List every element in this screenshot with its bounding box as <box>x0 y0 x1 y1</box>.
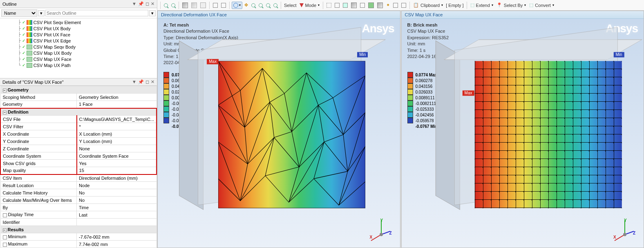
tree-item[interactable]: ├✓CSV Plot UX Body <box>16 25 157 31</box>
details-grid[interactable]: −GeometryScoping MethodGeometry Selectio… <box>0 86 157 248</box>
property-value[interactable]: Node <box>77 182 157 189</box>
pin-icon[interactable]: 📌 <box>138 1 144 7</box>
close-icon[interactable]: ✕ <box>151 79 154 85</box>
shaded-button[interactable] <box>220 2 227 9</box>
tree-item[interactable]: ├✓CSV Plot UX Edge <box>16 38 157 44</box>
viewport-left-canvas[interactable]: A: Tet mesh Directional Deformation UX F… <box>158 19 400 248</box>
sel-mesh-button[interactable] <box>376 2 384 9</box>
checkbox[interactable] <box>3 243 7 247</box>
search-input[interactable] <box>45 10 148 16</box>
legend-swatch <box>407 83 413 89</box>
sel-elem-button[interactable] <box>367 2 375 9</box>
rotate-button[interactable]: ▾ <box>232 2 242 9</box>
sel-edge-button[interactable] <box>333 2 341 9</box>
selectby-button[interactable]: 📍Select By▾ <box>495 2 527 9</box>
property-value[interactable]: Directional Deformation (mm) <box>77 174 157 182</box>
filter-field-select[interactable]: Name <box>1 9 37 17</box>
sel-path-button[interactable] <box>392 2 399 9</box>
triad-right[interactable]: YXZ <box>613 218 637 243</box>
property-value[interactable]: C:\MagnusG\ANSYS_ACT_Temp\C... <box>77 116 157 123</box>
viewports: Directional Deformation UX Face A: Tet m… <box>157 11 644 248</box>
legend-value: 0.026033 <box>416 90 433 94</box>
property-label: CSV Filter <box>0 123 77 130</box>
zoom-out-button[interactable] <box>257 2 264 8</box>
sel-face-button[interactable] <box>342 2 349 9</box>
property-value[interactable]: No <box>77 197 157 204</box>
zoom-window-button[interactable] <box>170 2 177 8</box>
property-value[interactable]: * <box>77 123 157 130</box>
property-value[interactable] <box>77 219 157 226</box>
outline-filter-row: Name ▾ ▾ <box>0 8 157 18</box>
checkbox[interactable] <box>3 213 7 217</box>
sel-other-button[interactable] <box>400 2 407 9</box>
restore-icon[interactable]: ◻ <box>145 1 149 7</box>
view-button-3[interactable] <box>199 2 207 9</box>
mode-button[interactable]: Mode▾ <box>298 2 321 9</box>
tree-item[interactable]: ├✓CSV Plot UX Face <box>16 31 157 38</box>
legend-swatch <box>163 72 169 78</box>
tree-item[interactable]: └✓CSV Map UX Path <box>16 62 157 68</box>
outline-header-controls: ▼ 📌 ◻ ✕ <box>132 1 154 7</box>
csv-icon <box>27 57 32 62</box>
legend-right: 0.0774 Max0.0602780.0431560.0260330.0089… <box>407 72 438 129</box>
legend-value: 0.060278 <box>416 78 433 83</box>
tree-item[interactable]: ├✓CSV Map UX Face <box>16 56 157 62</box>
svg-point-3 <box>380 233 383 236</box>
dropdown-icon[interactable]: ▼ <box>132 1 136 7</box>
property-value[interactable]: Coordinate System Face <box>77 152 157 160</box>
property-value[interactable]: 7.74e-002 mm <box>77 241 157 248</box>
view-button-2[interactable] <box>190 2 198 9</box>
zoom-fit-button[interactable] <box>163 2 169 8</box>
legend-swatch <box>407 95 413 101</box>
property-value[interactable]: Y Location (mm) <box>77 138 157 145</box>
property-label: Maximum <box>0 241 77 248</box>
sel-cs-button[interactable]: ✦ <box>385 2 391 9</box>
extend-button[interactable]: ⬚Extend▾ <box>469 2 494 9</box>
dropdown-icon[interactable]: ▼ <box>132 79 136 85</box>
collapse-icon[interactable]: − <box>3 228 7 232</box>
property-value[interactable]: 15 <box>77 167 157 174</box>
collapse-icon[interactable]: − <box>3 89 7 92</box>
filter-dropdown-icon[interactable]: ▾ <box>38 10 45 16</box>
zoom-box-button[interactable] <box>265 2 271 8</box>
collapse-icon[interactable]: − <box>3 111 7 114</box>
legend-value: -0.0767 Min <box>416 124 438 129</box>
zoom-reset-button[interactable] <box>272 2 279 8</box>
viewport-left[interactable]: Directional Deformation UX Face A: Tet m… <box>157 11 400 248</box>
clipboard-button[interactable]: 📋Clipboard▾ <box>412 2 444 9</box>
pin-icon[interactable]: 📌 <box>138 79 144 85</box>
tree-item[interactable]: ├✓CSV Map Seqv Body <box>16 44 157 50</box>
csv-icon <box>27 45 32 49</box>
restore-icon[interactable]: ◻ <box>145 79 149 85</box>
viewport-right-canvas[interactable]: B: Brick mesh CSV Map UX Face Expression… <box>402 19 644 248</box>
legend-swatch <box>407 106 413 112</box>
property-label: CSV File <box>0 116 77 123</box>
tree-item[interactable]: ├✓CSV Plot Seqv Element <box>16 19 157 25</box>
property-value[interactable]: X Location (mm) <box>77 130 157 138</box>
convert-button[interactable]: ⬚Convert▾ <box>528 2 555 9</box>
search-dropdown-icon[interactable]: ▾ <box>149 10 156 16</box>
sel-body-button[interactable] <box>350 2 358 9</box>
property-label: Calculate Time History <box>0 189 77 197</box>
property-value[interactable]: Yes <box>77 160 157 167</box>
property-value[interactable]: 1 Face <box>77 101 157 108</box>
checkbox[interactable] <box>3 235 7 239</box>
pan-button[interactable]: ✥ <box>243 2 249 9</box>
outline-tree[interactable]: ├✓CSV Plot Seqv Element├✓CSV Plot UX Bod… <box>0 18 157 78</box>
sel-node-button[interactable] <box>359 2 366 9</box>
tree-item[interactable]: ├✓CSV Map UX Body <box>16 50 157 56</box>
sel-vertex-button[interactable] <box>325 2 333 9</box>
viewport-right[interactable]: CSV Map UX Face B: Brick mesh CSV Map UX… <box>401 11 644 248</box>
close-icon[interactable]: ✕ <box>151 1 154 7</box>
property-value[interactable]: No <box>77 189 157 197</box>
property-value[interactable]: -7.67e-002 mm <box>77 233 157 241</box>
property-value[interactable]: Last <box>77 211 157 219</box>
wireframe-button[interactable] <box>212 2 219 9</box>
zoom-in-button[interactable] <box>250 2 257 8</box>
property-value[interactable]: Time <box>77 204 157 211</box>
property-value[interactable]: None <box>77 145 157 152</box>
property-value[interactable]: Geometry Selection <box>77 94 157 101</box>
iso-view-button[interactable] <box>181 2 189 9</box>
triad-left[interactable]: YXZ <box>369 218 394 243</box>
legend-swatch <box>407 112 413 118</box>
